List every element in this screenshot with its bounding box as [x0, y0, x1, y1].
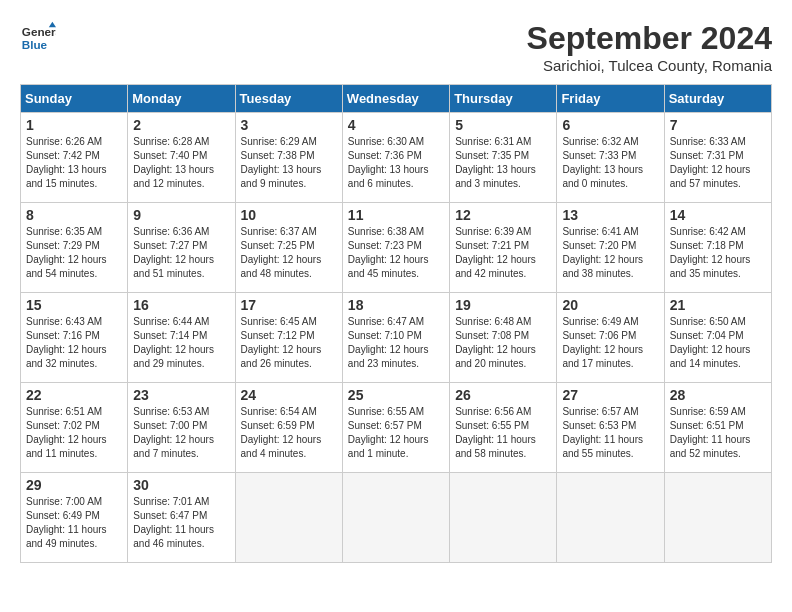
day-number: 24 — [241, 387, 337, 403]
day-number: 28 — [670, 387, 766, 403]
col-saturday: Saturday — [664, 85, 771, 113]
day-info: Sunrise: 6:55 AMSunset: 6:57 PMDaylight:… — [348, 405, 444, 461]
day-info: Sunrise: 7:01 AMSunset: 6:47 PMDaylight:… — [133, 495, 229, 551]
calendar-cell: 16Sunrise: 6:44 AMSunset: 7:14 PMDayligh… — [128, 293, 235, 383]
calendar-cell: 6Sunrise: 6:32 AMSunset: 7:33 PMDaylight… — [557, 113, 664, 203]
day-info: Sunrise: 6:43 AMSunset: 7:16 PMDaylight:… — [26, 315, 122, 371]
day-number: 4 — [348, 117, 444, 133]
day-info: Sunrise: 6:33 AMSunset: 7:31 PMDaylight:… — [670, 135, 766, 191]
day-info: Sunrise: 7:00 AMSunset: 6:49 PMDaylight:… — [26, 495, 122, 551]
day-number: 27 — [562, 387, 658, 403]
day-info: Sunrise: 6:42 AMSunset: 7:18 PMDaylight:… — [670, 225, 766, 281]
day-number: 14 — [670, 207, 766, 223]
calendar-cell: 7Sunrise: 6:33 AMSunset: 7:31 PMDaylight… — [664, 113, 771, 203]
day-info: Sunrise: 6:32 AMSunset: 7:33 PMDaylight:… — [562, 135, 658, 191]
calendar-cell — [557, 473, 664, 563]
day-number: 7 — [670, 117, 766, 133]
day-number: 1 — [26, 117, 122, 133]
calendar-cell: 12Sunrise: 6:39 AMSunset: 7:21 PMDayligh… — [450, 203, 557, 293]
day-info: Sunrise: 6:51 AMSunset: 7:02 PMDaylight:… — [26, 405, 122, 461]
day-number: 9 — [133, 207, 229, 223]
calendar-cell: 15Sunrise: 6:43 AMSunset: 7:16 PMDayligh… — [21, 293, 128, 383]
calendar-cell: 14Sunrise: 6:42 AMSunset: 7:18 PMDayligh… — [664, 203, 771, 293]
calendar-cell: 18Sunrise: 6:47 AMSunset: 7:10 PMDayligh… — [342, 293, 449, 383]
calendar-cell: 28Sunrise: 6:59 AMSunset: 6:51 PMDayligh… — [664, 383, 771, 473]
day-info: Sunrise: 6:57 AMSunset: 6:53 PMDaylight:… — [562, 405, 658, 461]
logo-icon: General Blue — [20, 20, 56, 56]
calendar-cell: 3Sunrise: 6:29 AMSunset: 7:38 PMDaylight… — [235, 113, 342, 203]
day-number: 21 — [670, 297, 766, 313]
calendar-cell: 21Sunrise: 6:50 AMSunset: 7:04 PMDayligh… — [664, 293, 771, 383]
day-info: Sunrise: 6:45 AMSunset: 7:12 PMDaylight:… — [241, 315, 337, 371]
day-number: 18 — [348, 297, 444, 313]
calendar-row: 29Sunrise: 7:00 AMSunset: 6:49 PMDayligh… — [21, 473, 772, 563]
day-number: 2 — [133, 117, 229, 133]
day-info: Sunrise: 6:30 AMSunset: 7:36 PMDaylight:… — [348, 135, 444, 191]
day-info: Sunrise: 6:28 AMSunset: 7:40 PMDaylight:… — [133, 135, 229, 191]
calendar-cell: 13Sunrise: 6:41 AMSunset: 7:20 PMDayligh… — [557, 203, 664, 293]
day-number: 23 — [133, 387, 229, 403]
day-number: 20 — [562, 297, 658, 313]
calendar-cell: 24Sunrise: 6:54 AMSunset: 6:59 PMDayligh… — [235, 383, 342, 473]
day-info: Sunrise: 6:36 AMSunset: 7:27 PMDaylight:… — [133, 225, 229, 281]
col-friday: Friday — [557, 85, 664, 113]
page-header: General Blue September 2024 Sarichioi, T… — [20, 20, 772, 74]
day-info: Sunrise: 6:50 AMSunset: 7:04 PMDaylight:… — [670, 315, 766, 371]
day-info: Sunrise: 6:31 AMSunset: 7:35 PMDaylight:… — [455, 135, 551, 191]
col-tuesday: Tuesday — [235, 85, 342, 113]
col-wednesday: Wednesday — [342, 85, 449, 113]
day-info: Sunrise: 6:26 AMSunset: 7:42 PMDaylight:… — [26, 135, 122, 191]
day-number: 17 — [241, 297, 337, 313]
day-info: Sunrise: 6:48 AMSunset: 7:08 PMDaylight:… — [455, 315, 551, 371]
calendar-cell: 10Sunrise: 6:37 AMSunset: 7:25 PMDayligh… — [235, 203, 342, 293]
day-number: 29 — [26, 477, 122, 493]
month-title: September 2024 — [527, 20, 772, 57]
calendar-cell: 2Sunrise: 6:28 AMSunset: 7:40 PMDaylight… — [128, 113, 235, 203]
day-info: Sunrise: 6:37 AMSunset: 7:25 PMDaylight:… — [241, 225, 337, 281]
day-info: Sunrise: 6:59 AMSunset: 6:51 PMDaylight:… — [670, 405, 766, 461]
calendar-cell: 22Sunrise: 6:51 AMSunset: 7:02 PMDayligh… — [21, 383, 128, 473]
day-number: 26 — [455, 387, 551, 403]
calendar-cell: 19Sunrise: 6:48 AMSunset: 7:08 PMDayligh… — [450, 293, 557, 383]
day-info: Sunrise: 6:47 AMSunset: 7:10 PMDaylight:… — [348, 315, 444, 371]
day-number: 22 — [26, 387, 122, 403]
day-info: Sunrise: 6:41 AMSunset: 7:20 PMDaylight:… — [562, 225, 658, 281]
calendar-cell: 9Sunrise: 6:36 AMSunset: 7:27 PMDaylight… — [128, 203, 235, 293]
calendar-cell: 29Sunrise: 7:00 AMSunset: 6:49 PMDayligh… — [21, 473, 128, 563]
day-number: 19 — [455, 297, 551, 313]
calendar-cell: 26Sunrise: 6:56 AMSunset: 6:55 PMDayligh… — [450, 383, 557, 473]
calendar-cell — [235, 473, 342, 563]
location: Sarichioi, Tulcea County, Romania — [527, 57, 772, 74]
calendar-row: 22Sunrise: 6:51 AMSunset: 7:02 PMDayligh… — [21, 383, 772, 473]
day-info: Sunrise: 6:56 AMSunset: 6:55 PMDaylight:… — [455, 405, 551, 461]
calendar-cell: 23Sunrise: 6:53 AMSunset: 7:00 PMDayligh… — [128, 383, 235, 473]
col-thursday: Thursday — [450, 85, 557, 113]
day-info: Sunrise: 6:53 AMSunset: 7:00 PMDaylight:… — [133, 405, 229, 461]
calendar-cell: 27Sunrise: 6:57 AMSunset: 6:53 PMDayligh… — [557, 383, 664, 473]
calendar-cell: 11Sunrise: 6:38 AMSunset: 7:23 PMDayligh… — [342, 203, 449, 293]
calendar-cell: 30Sunrise: 7:01 AMSunset: 6:47 PMDayligh… — [128, 473, 235, 563]
day-number: 25 — [348, 387, 444, 403]
day-number: 16 — [133, 297, 229, 313]
calendar-row: 8Sunrise: 6:35 AMSunset: 7:29 PMDaylight… — [21, 203, 772, 293]
svg-text:Blue: Blue — [22, 38, 48, 51]
day-number: 3 — [241, 117, 337, 133]
day-info: Sunrise: 6:38 AMSunset: 7:23 PMDaylight:… — [348, 225, 444, 281]
day-number: 30 — [133, 477, 229, 493]
day-number: 8 — [26, 207, 122, 223]
col-sunday: Sunday — [21, 85, 128, 113]
calendar-row: 1Sunrise: 6:26 AMSunset: 7:42 PMDaylight… — [21, 113, 772, 203]
calendar-cell: 4Sunrise: 6:30 AMSunset: 7:36 PMDaylight… — [342, 113, 449, 203]
day-info: Sunrise: 6:35 AMSunset: 7:29 PMDaylight:… — [26, 225, 122, 281]
calendar-cell: 5Sunrise: 6:31 AMSunset: 7:35 PMDaylight… — [450, 113, 557, 203]
calendar-cell: 20Sunrise: 6:49 AMSunset: 7:06 PMDayligh… — [557, 293, 664, 383]
logo: General Blue — [20, 20, 56, 56]
calendar-cell — [450, 473, 557, 563]
day-number: 6 — [562, 117, 658, 133]
day-number: 15 — [26, 297, 122, 313]
title-block: September 2024 Sarichioi, Tulcea County,… — [527, 20, 772, 74]
calendar-table: Sunday Monday Tuesday Wednesday Thursday… — [20, 84, 772, 563]
day-info: Sunrise: 6:39 AMSunset: 7:21 PMDaylight:… — [455, 225, 551, 281]
day-number: 12 — [455, 207, 551, 223]
day-info: Sunrise: 6:29 AMSunset: 7:38 PMDaylight:… — [241, 135, 337, 191]
